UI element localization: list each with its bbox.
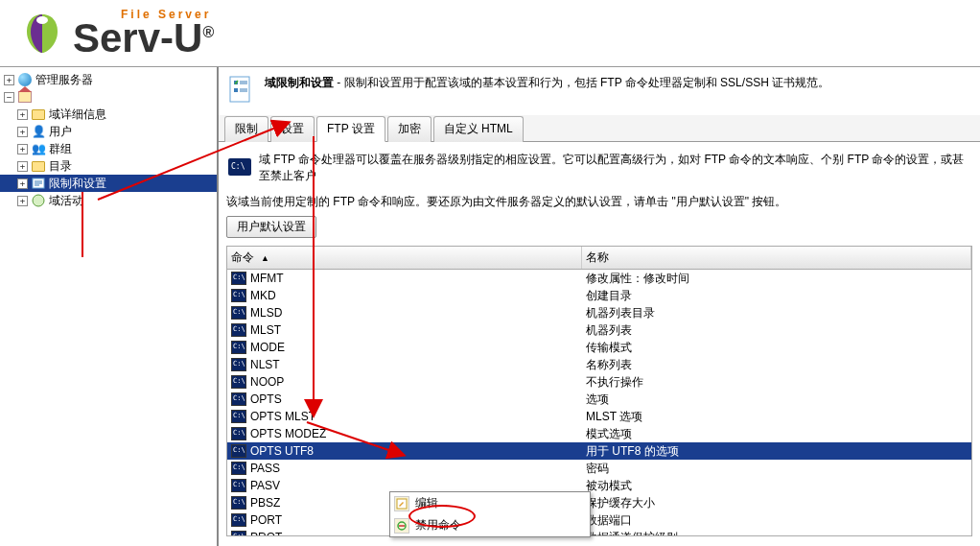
cell-command: PASS: [250, 462, 280, 475]
table-row[interactable]: PASV被动模式: [227, 477, 971, 494]
tab-encryption[interactable]: 加密: [387, 116, 432, 142]
expand-icon[interactable]: +: [17, 161, 28, 172]
svg-text:C:\: C:\: [231, 162, 245, 171]
tree-item-directories[interactable]: + 目录: [0, 157, 217, 175]
expand-icon[interactable]: +: [17, 109, 28, 120]
tree-label: 域详细信息: [49, 107, 106, 123]
expand-icon[interactable]: +: [17, 178, 28, 189]
table-row[interactable]: MLST机器列表: [227, 321, 971, 339]
reset-defaults-button[interactable]: 用户默认设置: [226, 216, 316, 238]
description-text: 域限制和设置 - 限制和设置用于配置该域的基本设置和行为，包括 FTP 命令处理…: [265, 75, 829, 91]
cell-command: OPTS MODEZ: [250, 427, 326, 440]
nav-tree: + 管理服务器 − + 域详细信息 + 👤 用户: [0, 67, 217, 213]
tab-custom-html[interactable]: 自定义 HTML: [433, 116, 524, 142]
table-row[interactable]: NOOP不执行操作: [227, 373, 971, 391]
menu-item-disable[interactable]: 禁用命令: [390, 514, 590, 536]
command-icon: [231, 531, 246, 536]
command-icon: [231, 444, 246, 458]
cell-name: 密码: [582, 461, 971, 477]
brand-text: File Server Serv-U®: [73, 9, 214, 59]
cell-name: 名称列表: [582, 357, 971, 373]
group-icon: 👥: [31, 141, 46, 156]
folder-icon: [31, 158, 46, 174]
cell-command: MODE: [250, 341, 285, 354]
tree-item-users[interactable]: + 👤 用户: [0, 123, 217, 140]
menu-label: 编辑...: [415, 495, 448, 511]
table-row[interactable]: MODE传输模式: [227, 339, 971, 356]
svg-rect-5: [234, 88, 238, 92]
context-menu: 编辑... 禁用命令: [389, 491, 591, 537]
command-icon: [231, 392, 246, 406]
activity-icon: [31, 193, 46, 208]
header-command[interactable]: 命令▲: [227, 247, 582, 269]
table-row[interactable]: PASS密码: [227, 460, 971, 477]
cell-command: MKD: [250, 289, 276, 302]
expand-icon[interactable]: +: [17, 196, 28, 206]
tree-item-domain-root[interactable]: −: [0, 88, 217, 106]
cell-command: MLST: [250, 323, 281, 337]
tree-label: 群组: [49, 141, 72, 157]
table-row[interactable]: OPTS UTF8用于 UTF8 的选项: [227, 442, 971, 460]
cell-command: OPTS: [250, 392, 282, 406]
header-name[interactable]: 名称: [582, 247, 971, 269]
command-icon: [231, 358, 246, 371]
tab-ftp-settings[interactable]: FTP 设置: [316, 116, 385, 142]
user-icon: 👤: [31, 124, 46, 139]
table-row[interactable]: PORT数据端口: [227, 511, 971, 529]
folder-icon: [31, 107, 46, 122]
table-row[interactable]: NLST名称列表: [227, 356, 971, 373]
tree-label: 限制和设置: [49, 176, 106, 192]
tab-settings[interactable]: 设置: [270, 116, 315, 142]
expand-icon[interactable]: +: [17, 127, 28, 137]
command-icon: [231, 462, 246, 475]
cell-name: MLST 选项: [582, 409, 971, 425]
table-row[interactable]: PBSZ保护缓存大小: [227, 494, 971, 511]
terminal-icon: C:\: [226, 154, 253, 181]
command-icon: [231, 410, 246, 423]
cell-command: NLST: [250, 358, 280, 371]
table-row[interactable]: OPTS选项: [227, 391, 971, 408]
cell-name: 保护缓存大小: [582, 495, 971, 511]
command-icon: [231, 375, 246, 389]
table-row[interactable]: OPTS MODEZ模式选项: [227, 425, 971, 442]
cell-name: 修改属性：修改时间: [582, 271, 971, 287]
cell-name: 选项: [582, 392, 971, 408]
svg-point-2: [33, 195, 44, 206]
command-icon: [231, 427, 246, 440]
cell-name: 数据端口: [582, 512, 971, 529]
expand-icon[interactable]: +: [17, 144, 28, 154]
tab-bar: 限制 设置 FTP 设置 加密 自定义 HTML: [219, 115, 980, 142]
table-row[interactable]: MLSD机器列表目录: [227, 304, 971, 321]
table-row[interactable]: PROT数据通道保护级别: [227, 529, 971, 536]
commands-grid: 命令▲ 名称 MFMT修改属性：修改时间MKD创建目录MLSD机器列表目录MLS…: [226, 246, 972, 536]
cell-command: MFMT: [250, 272, 284, 285]
command-icon: [231, 306, 246, 320]
table-row[interactable]: OPTS MLSTMLST 选项: [227, 408, 971, 425]
cell-name: 被动模式: [582, 478, 971, 494]
expand-icon[interactable]: +: [4, 75, 14, 85]
cell-command: MLSD: [250, 306, 282, 320]
tree-item-domain-details[interactable]: + 域详细信息: [0, 106, 217, 123]
cell-name: 创建目录: [582, 288, 971, 304]
cell-name: 传输模式: [582, 340, 971, 356]
globe-icon: [17, 72, 33, 87]
command-icon: [231, 289, 246, 302]
tab-limits[interactable]: 限制: [224, 116, 268, 142]
cell-command: PASV: [250, 479, 280, 492]
table-row[interactable]: MFMT修改属性：修改时间: [227, 270, 971, 287]
cell-command: PORT: [250, 513, 282, 527]
cell-name: 机器列表目录: [582, 305, 971, 321]
command-icon: [231, 496, 246, 510]
command-icon: [231, 513, 246, 527]
cell-command: PROT: [250, 531, 282, 536]
tree-item-limits-settings[interactable]: + 限制和设置: [0, 175, 217, 192]
tree-label: 用户: [49, 124, 72, 140]
collapse-icon[interactable]: −: [4, 92, 14, 103]
tree-item-manage-server[interactable]: + 管理服务器: [0, 71, 217, 88]
cell-name: 用于 UTF8 的选项: [582, 443, 971, 460]
tree-item-domain-activity[interactable]: + 域活动: [0, 192, 217, 209]
tree-item-groups[interactable]: + 👥 群组: [0, 140, 217, 157]
menu-item-edit[interactable]: 编辑...: [390, 492, 590, 514]
table-row[interactable]: MKD创建目录: [227, 287, 971, 304]
brand-title: Serv-U®: [73, 18, 214, 59]
